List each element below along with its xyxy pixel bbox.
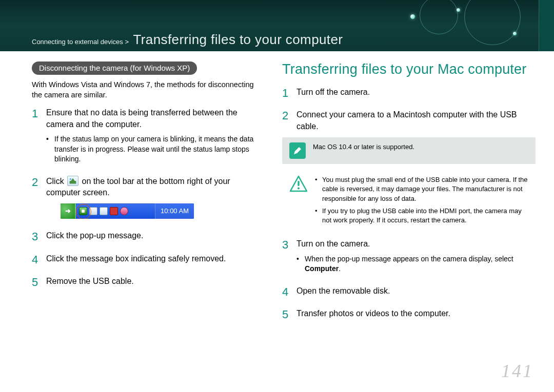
breadcrumb-parent: Connecting to external devices > [32, 38, 129, 46]
step-number: 5 [282, 307, 288, 323]
step-text: Ensure that no data is being transferred… [46, 108, 238, 128]
step-text: Remove the USB cable. [46, 277, 134, 285]
step-4: 4 Open the removable disk. [282, 285, 536, 297]
step-2: 2 Connect your camera to a Macintosh com… [282, 109, 536, 132]
step-number: 4 [282, 284, 288, 300]
svg-rect-2 [298, 181, 299, 186]
caution-list: You must plug the small end of the USB c… [315, 175, 528, 228]
step-text-pre: Click [46, 177, 66, 185]
start-button-icon: ➜ [61, 203, 76, 219]
step-text: Connect your camera to a Macintosh compu… [296, 110, 517, 130]
step-5: 5 Remove the USB cable. [32, 276, 265, 287]
svg-rect-0 [70, 181, 76, 183]
caution-box: You must plug the small end of the USB c… [282, 171, 536, 235]
warning-triangle-icon [289, 175, 308, 193]
step-bullet: If the status lamp on your camera is bli… [46, 134, 265, 164]
step-2: 2 Click on the tool bar at the bottom ri… [32, 176, 265, 219]
breadcrumb-current: Transferring files to your computer [133, 32, 343, 47]
svg-point-1 [70, 178, 72, 180]
step-number: 1 [282, 86, 288, 101]
step-1: 1 Ensure that no data is being transferr… [32, 107, 265, 164]
step-3: 3 Turn on the camera. When the pop-up me… [282, 238, 536, 274]
breadcrumb: Connecting to external devices > Transfe… [32, 32, 343, 48]
svg-point-3 [298, 188, 300, 190]
caution-item: You must plug the small end of the USB c… [315, 175, 528, 203]
page-number: 141 [501, 360, 533, 382]
step-number: 3 [32, 229, 38, 245]
tray-icon [100, 207, 108, 215]
section-title: Transferring files to your Mac computer [282, 61, 536, 77]
decorative-dot [513, 32, 517, 35]
step-number: 4 [32, 252, 38, 268]
step-text: Click the pop-up message. [46, 231, 143, 240]
tray-icons [76, 207, 131, 215]
step-1: 1 Turn off the camera. [282, 87, 536, 98]
step-text: Turn on the camera. [296, 239, 370, 248]
intro-text: With Windows Vista and Windows 7, the me… [32, 80, 265, 100]
step-number: 5 [32, 275, 38, 291]
section-pill: Disconnecting the camera (for Windows XP… [32, 61, 197, 75]
step-4: 4 Click the message box indicating safel… [32, 253, 265, 264]
step-number: 1 [32, 106, 38, 122]
decorative-ring [464, 0, 521, 45]
step-bullet: When the pop-up message appears on the c… [296, 254, 536, 274]
tray-clock: 10:00 AM [155, 203, 194, 219]
step-number: 3 [282, 237, 288, 253]
decorative-dot [457, 8, 460, 12]
manual-page: Connecting to external devices > Transfe… [0, 0, 554, 392]
safely-remove-hardware-icon [67, 176, 78, 186]
note-text: Mac OS 10.4 or later is supported. [313, 142, 414, 152]
tray-icon [120, 207, 128, 215]
step-number: 2 [282, 108, 288, 124]
step-3: 3 Click the pop-up message. [32, 230, 265, 241]
windows-taskbar-image: ➜ 10:00 AM [61, 203, 194, 219]
decorative-ring [420, 0, 458, 34]
note-pen-icon [289, 142, 306, 159]
step-text: Turn off the camera. [296, 88, 370, 96]
caution-item: If you try to plug the USB cable into th… [315, 207, 528, 225]
note-box: Mac OS 10.4 or later is supported. [282, 137, 536, 164]
step-text: Open the removable disk. [296, 286, 390, 295]
right-column: Transferring files to your Mac computer … [282, 61, 536, 366]
left-column: Disconnecting the camera (for Windows XP… [32, 61, 265, 366]
steps-list-left: 1 Ensure that no data is being transferr… [32, 107, 265, 287]
steps-list-right-cont: 3 Turn on the camera. When the pop-up me… [282, 238, 536, 319]
tray-volume-icon [110, 207, 118, 215]
decorative-dot [410, 14, 415, 19]
chapter-tab [539, 0, 554, 51]
step-5: 5 Transfer photos or videos to the compu… [282, 308, 536, 319]
steps-list-right: 1 Turn off the camera. 2 Connect your ca… [282, 87, 536, 132]
step-text: Click the message box indicating safely … [46, 254, 226, 263]
step-number: 2 [32, 175, 38, 191]
tray-safely-remove-icon [79, 207, 87, 215]
step-text: Transfer photos or videos to the compute… [296, 309, 450, 318]
